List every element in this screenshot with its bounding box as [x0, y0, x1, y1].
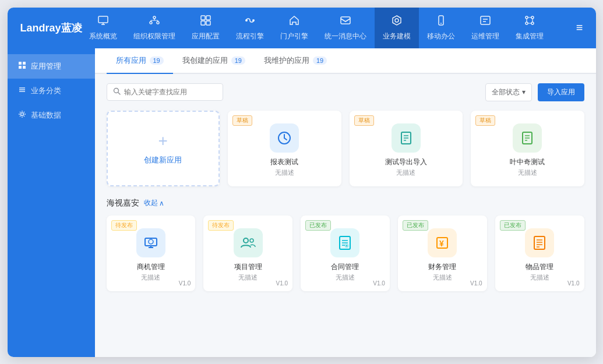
- search-icon: [113, 87, 121, 97]
- app-icon-people: [234, 228, 263, 257]
- sidebar-item-base-data[interactable]: 基础数据: [8, 103, 95, 128]
- svg-point-56: [149, 239, 153, 244]
- svg-point-26: [526, 22, 528, 24]
- app-version: V1.0: [567, 280, 580, 287]
- app-card-goods[interactable]: 已发布 物品管理 无描述 V1.0: [495, 215, 584, 291]
- group-cards: 待发布 商机管理 无描述 V1.0 待发布: [107, 215, 584, 291]
- nav-item-system[interactable]: 系统概览: [81, 8, 125, 48]
- pending-badge: 待发布: [111, 220, 137, 231]
- tab-maintained-badge: 19: [313, 56, 327, 65]
- content-area: 所有应用 19 我创建的应用 19 我维护的应用 19: [95, 48, 596, 357]
- nav-item-portal[interactable]: 门户引擎: [272, 8, 316, 48]
- nav-item-app-config[interactable]: 应用配置: [184, 8, 228, 48]
- svg-rect-14: [201, 21, 205, 25]
- list-icon: [18, 86, 26, 96]
- app-desc: 无描述: [530, 273, 549, 282]
- svg-rect-23: [481, 16, 490, 24]
- grid-small-icon: [18, 61, 26, 71]
- ungrouped-cards: + 创建新应用 草稿 报表测试 无描述: [107, 111, 584, 186]
- published-badge: 已发布: [500, 220, 526, 231]
- svg-point-58: [250, 239, 253, 242]
- svg-rect-32: [19, 62, 22, 65]
- tab-all-badge: 19: [150, 56, 164, 65]
- app-icon-doc2: [513, 123, 542, 153]
- app-version: V1.0: [470, 280, 482, 287]
- biz-icon: [391, 15, 403, 29]
- app-name: 商机管理: [137, 262, 165, 272]
- top-nav: L Landray蓝凌 系统概览: [8, 8, 596, 48]
- sidebar-item-app-mgmt[interactable]: 应用管理: [8, 54, 95, 79]
- app-version: V1.0: [179, 280, 191, 287]
- svg-rect-2: [98, 16, 108, 23]
- published-badge: 已发布: [305, 220, 331, 231]
- nav-item-integration[interactable]: 集成管理: [507, 8, 552, 48]
- nav-item-biz[interactable]: 业务建模: [375, 8, 419, 48]
- svg-point-5: [153, 16, 156, 19]
- app-card-leaf-test[interactable]: 草稿 叶中奇测试 无描述: [471, 111, 584, 186]
- tab-maintained[interactable]: 我维护的应用 19: [255, 48, 336, 74]
- app-icon-monitor2: [136, 228, 165, 257]
- app-card-contract[interactable]: 已发布 合同管理 无描述 V1.0: [301, 215, 390, 291]
- grid-icon: [200, 15, 211, 29]
- svg-rect-33: [23, 62, 26, 65]
- app-card-opportunity[interactable]: 待发布 商机管理 无描述 V1.0: [107, 215, 196, 291]
- plus-icon: +: [158, 132, 168, 150]
- app-icon-finance: ¥: [428, 228, 457, 257]
- svg-point-20: [395, 19, 399, 22]
- mobile-icon: [435, 15, 447, 29]
- sidebar-item-biz-category[interactable]: 业务分类: [8, 79, 95, 103]
- chevron-up-icon: ∧: [159, 199, 164, 207]
- collapse-button[interactable]: 收起 ∧: [144, 198, 164, 208]
- message-icon: [340, 15, 351, 29]
- flow-icon: [244, 15, 256, 29]
- app-version: V1.0: [373, 280, 385, 287]
- svg-rect-34: [19, 66, 22, 69]
- menu-button[interactable]: ≡: [568, 16, 591, 40]
- search-input[interactable]: [124, 88, 217, 96]
- app-desc: 无描述: [518, 168, 537, 177]
- tab-all[interactable]: 所有应用 19: [107, 48, 173, 74]
- create-app-card[interactable]: + 创建新应用: [107, 111, 220, 186]
- svg-rect-18: [341, 17, 350, 24]
- gear-icon: [18, 110, 26, 120]
- draft-badge: 草稿: [475, 115, 495, 126]
- app-desc: 无描述: [141, 273, 160, 282]
- app-icon-contract: [330, 228, 359, 257]
- tabs-bar: 所有应用 19 我创建的应用 19 我维护的应用 19: [95, 48, 596, 74]
- svg-point-17: [252, 19, 255, 22]
- ops-icon: [479, 15, 491, 29]
- app-card-finance[interactable]: 已发布 ¥ 财务管理 无描述 V1.0: [398, 215, 487, 291]
- import-button[interactable]: 导入应用: [538, 83, 584, 101]
- nav-item-message[interactable]: 统一消息中心: [316, 8, 375, 48]
- app-name: 项目管理: [234, 262, 262, 272]
- app-card-export-test[interactable]: 草稿 测试导出导入 无描述: [350, 111, 463, 186]
- nav-item-org[interactable]: 组织权限管理: [125, 8, 184, 48]
- svg-point-6: [150, 22, 152, 24]
- tab-created[interactable]: 我创建的应用 19: [173, 48, 255, 74]
- svg-point-57: [244, 238, 248, 243]
- app-version: V1.0: [276, 280, 288, 287]
- app-desc: 无描述: [238, 273, 258, 282]
- app-desc: 无描述: [396, 168, 415, 177]
- toolbar-right: 全部状态 ▾ 导入应用: [485, 83, 584, 101]
- app-card-report-test[interactable]: 草稿 报表测试 无描述: [228, 111, 341, 186]
- app-name: 合同管理: [331, 262, 359, 272]
- nav-item-ops[interactable]: 运维管理: [463, 8, 507, 48]
- svg-point-7: [157, 22, 159, 24]
- app-desc: 无描述: [275, 168, 294, 177]
- status-select[interactable]: 全部状态 ▾: [485, 83, 532, 101]
- nav-item-mobile[interactable]: 移动办公: [419, 8, 463, 48]
- app-name: 叶中奇测试: [510, 157, 545, 167]
- draft-badge: 草稿: [354, 115, 374, 126]
- org-icon: [149, 15, 160, 29]
- svg-point-16: [245, 19, 248, 22]
- svg-rect-12: [201, 16, 205, 20]
- svg-point-25: [531, 16, 534, 19]
- toolbar: 全部状态 ▾ 导入应用: [107, 83, 584, 101]
- svg-line-41: [118, 93, 120, 95]
- nav-item-flow[interactable]: 流程引擎: [228, 8, 272, 48]
- search-box[interactable]: [107, 83, 223, 101]
- app-card-project[interactable]: 待发布 项目管理 无描述 V1.0: [203, 215, 292, 291]
- svg-point-27: [531, 22, 534, 24]
- svg-point-22: [440, 23, 442, 24]
